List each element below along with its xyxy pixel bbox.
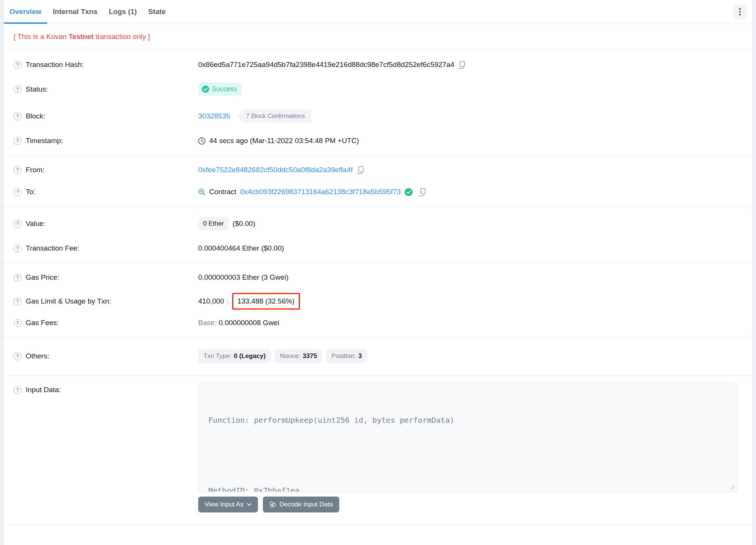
status-badge: Success bbox=[198, 83, 242, 96]
row-from: ? From: 0xfee7522e8482682cf50ddc50a0f8da… bbox=[4, 159, 752, 181]
notice-text-close: transaction only ] bbox=[94, 33, 150, 40]
more-options-button[interactable] bbox=[733, 5, 747, 19]
transaction-fee-label: Transaction Fee: bbox=[26, 244, 79, 252]
position-badge: Position: 3 bbox=[326, 349, 367, 363]
gas-limit-label: Gas Limit & Usage by Txn: bbox=[26, 297, 111, 305]
verified-check-icon bbox=[405, 188, 413, 196]
transaction-fee-value: 0.000400464 Ether ($0.00) bbox=[198, 244, 284, 252]
tab-bar: Overview Internal Txns Logs (1) State bbox=[4, 0, 752, 24]
gas-limit-value: 410,000 bbox=[198, 297, 224, 305]
row-gas-fees: ? Gas Fees: Base: 0.000000008 Gwei bbox=[4, 314, 752, 334]
gas-usage-annotation-box: 133,488 (32.56%) bbox=[232, 293, 300, 310]
gas-fees-base-label: Base: bbox=[198, 319, 217, 327]
gas-separator: | bbox=[224, 297, 231, 305]
row-gas-limit-usage: ? Gas Limit & Usage by Txn: 410,000 | 13… bbox=[4, 288, 752, 314]
to-contract-word: Contract bbox=[209, 188, 236, 196]
from-address-link[interactable]: 0xfee7522e8482682cf50ddc50a0f8da2a39effa… bbox=[198, 166, 353, 174]
to-address-link[interactable]: 0x4cb093f226983713164a62138c3f718a5b595f… bbox=[240, 188, 401, 196]
value-usd: ($0.00) bbox=[233, 220, 255, 228]
help-icon[interactable]: ? bbox=[14, 188, 22, 196]
status-label: Status: bbox=[26, 85, 48, 93]
help-icon[interactable]: ? bbox=[14, 386, 22, 394]
txn-type-badge: Txn Type: 0 (Legacy) bbox=[198, 349, 271, 363]
tab-overview[interactable]: Overview bbox=[4, 0, 47, 23]
help-icon[interactable]: ? bbox=[14, 319, 22, 327]
gas-fees-label: Gas Fees: bbox=[26, 319, 59, 327]
help-icon[interactable]: ? bbox=[14, 220, 22, 228]
transaction-hash-value: 0x86ed5a771e725aa94d5b7fa2398e4419e216d8… bbox=[198, 61, 454, 69]
input-data-label: Input Data: bbox=[26, 386, 61, 394]
gas-fees-base-value: 0.000000008 Gwei bbox=[219, 319, 279, 327]
help-icon[interactable]: ? bbox=[14, 137, 22, 145]
copy-icon[interactable] bbox=[419, 188, 426, 196]
block-number-link[interactable]: 30328535 bbox=[198, 112, 230, 120]
tab-internal-txns[interactable]: Internal Txns bbox=[47, 0, 103, 23]
section-gas: ? Gas Price: 0.000000003 Ether (3 Gwei) … bbox=[4, 263, 752, 338]
others-label: Others: bbox=[26, 352, 49, 360]
row-status: ? Status: Success bbox=[4, 76, 752, 103]
section-others: ? Others: Txn Type: 0 (Legacy) Nonce: 33… bbox=[4, 338, 752, 376]
check-circle-icon bbox=[202, 86, 209, 93]
help-icon[interactable]: ? bbox=[14, 352, 22, 360]
row-value: ? Value: 0 Ether ($0.00) bbox=[4, 210, 752, 237]
input-methodid-line: MethodID: 0x7bbaf1ea bbox=[208, 485, 727, 492]
clock-icon bbox=[198, 137, 205, 145]
section-summary: ? Transaction Hash: 0x86ed5a771e725aa94d… bbox=[4, 50, 752, 156]
status-badge-text: Success bbox=[212, 85, 237, 93]
zoom-in-magnifier-icon[interactable] bbox=[198, 188, 205, 196]
transaction-details-card: Overview Internal Txns Logs (1) State [ … bbox=[3, 0, 753, 545]
row-others: ? Others: Txn Type: 0 (Legacy) Nonce: 33… bbox=[4, 342, 752, 370]
notice-text-bold: Testnet bbox=[68, 33, 93, 40]
row-transaction-hash: ? Transaction Hash: 0x86ed5a771e725aa94d… bbox=[4, 54, 752, 76]
notice-text-open: [ This is a Kovan bbox=[14, 33, 68, 40]
help-icon[interactable]: ? bbox=[14, 244, 22, 252]
help-icon[interactable]: ? bbox=[14, 112, 22, 120]
help-icon[interactable]: ? bbox=[14, 61, 22, 69]
from-label: From: bbox=[26, 166, 45, 174]
transaction-hash-label: Transaction Hash: bbox=[26, 61, 84, 69]
help-icon[interactable]: ? bbox=[14, 166, 22, 174]
row-to: ? To: Contract 0x4cb093f226983713164a621… bbox=[4, 181, 752, 203]
testnet-notice: [ This is a Kovan Testnet transaction on… bbox=[4, 24, 752, 50]
nonce-badge: Nonce: 3375 bbox=[275, 349, 322, 363]
timestamp-label: Timestamp: bbox=[26, 137, 63, 145]
row-transaction-fee: ? Transaction Fee: 0.000400464 Ether ($0… bbox=[4, 237, 752, 259]
input-data-textarea[interactable]: Function: performUpkeep(uint256 id, byte… bbox=[198, 383, 737, 492]
tab-logs[interactable]: Logs (1) bbox=[103, 0, 143, 23]
block-confirmations-badge: 7 Block Confirmations bbox=[237, 109, 312, 123]
section-value: ? Value: 0 Ether ($0.00) ? Transaction F… bbox=[4, 207, 752, 263]
copy-icon[interactable] bbox=[458, 61, 465, 69]
row-block: ? Block: 30328535 7 Block Confirmations bbox=[4, 103, 752, 130]
input-function-line: Function: performUpkeep(uint256 id, byte… bbox=[208, 414, 727, 426]
help-icon[interactable]: ? bbox=[14, 297, 22, 305]
value-label: Value: bbox=[26, 220, 45, 228]
section-input-data: ? Input Data: Function: performUpkeep(ui… bbox=[4, 376, 752, 525]
help-icon[interactable]: ? bbox=[14, 274, 22, 282]
row-gas-price: ? Gas Price: 0.000000003 Ether (3 Gwei) bbox=[4, 266, 752, 288]
row-input-data: ? Input Data: Function: performUpkeep(ui… bbox=[4, 381, 752, 492]
input-data-actions: View Input As Decode Input Data bbox=[4, 492, 752, 521]
decode-icon bbox=[269, 501, 276, 508]
tab-state[interactable]: State bbox=[143, 0, 171, 23]
block-label: Block: bbox=[26, 112, 45, 120]
copy-icon[interactable] bbox=[357, 166, 364, 174]
help-icon[interactable]: ? bbox=[14, 85, 22, 93]
gas-usage-value: 133,488 (32.56%) bbox=[238, 297, 295, 305]
kebab-menu-icon bbox=[739, 8, 741, 16]
view-input-as-button[interactable]: View Input As bbox=[198, 497, 258, 512]
chevron-down-icon bbox=[247, 503, 251, 506]
ether-value-badge: 0 Ether bbox=[198, 217, 229, 230]
gas-price-label: Gas Price: bbox=[26, 273, 59, 282]
decode-input-data-button[interactable]: Decode Input Data bbox=[263, 497, 340, 512]
section-parties: ? From: 0xfee7522e8482682cf50ddc50a0f8da… bbox=[4, 156, 752, 207]
resize-grip-icon[interactable] bbox=[730, 485, 735, 490]
to-label: To: bbox=[26, 188, 35, 196]
row-timestamp: ? Timestamp: 44 secs ago (Mar-11-2022 03… bbox=[4, 130, 752, 152]
gas-price-value: 0.000000003 Ether (3 Gwei) bbox=[198, 273, 289, 282]
timestamp-value: 44 secs ago (Mar-11-2022 03:54:48 PM +UT… bbox=[209, 137, 359, 145]
